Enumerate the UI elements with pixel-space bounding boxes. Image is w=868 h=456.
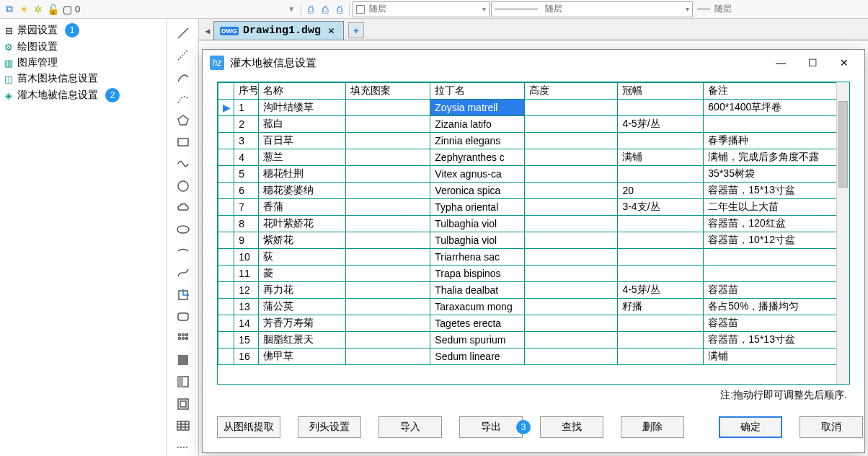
data-table-container: 序号 名称 填充图案 拉丁名 高度 冠幅 备注 ▶1沟叶结缕草Zoysia ma… [217,82,850,385]
arc-tool-icon[interactable] [174,68,192,85]
svg-marker-2 [178,115,188,125]
table-row[interactable]: 8花叶紫娇花Tulbaghia viol容器苗，120红盆 [218,216,849,232]
col-note-header[interactable]: 备注 [704,83,849,100]
hatch-tool-icon[interactable] [174,351,192,369]
dashed-line-tool-icon[interactable] [174,46,192,63]
sun-icon[interactable]: ☀ [17,3,30,16]
document-filename: Drawing1.dwg [243,25,321,37]
top-toolbar: ⧉ ☀ ✲ 🔓 ▢ 0 ▼ ⎙ ⎙ ⎙ 随层▾ 随层 ▾ 随层 [0,0,868,19]
export-button[interactable]: 导出 3 [459,416,523,438]
tab-close-icon[interactable]: ✕ [325,24,337,38]
tab-prev-icon[interactable]: ◄ [202,22,213,40]
svg-point-12 [182,337,184,339]
tree-item-block-info[interactable]: ◫ 苗木图块信息设置 [0,71,167,87]
col-latin-header[interactable]: 拉丁名 [430,83,525,100]
tree-item-library[interactable]: ▥ 图库管理 [0,55,167,71]
cancel-button[interactable]: 取消 [800,416,863,438]
shrub-icon: ◈ [3,89,14,101]
curve-tool-icon[interactable] [174,155,192,172]
dashed-arc-tool-icon[interactable] [174,90,192,108]
table-vertical-scrollbar[interactable] [836,82,849,384]
rect-tool-icon[interactable] [174,133,192,151]
svg-line-0 [178,28,188,38]
tree-item-draw-settings[interactable]: ⚙ 绘图设置 [0,39,167,55]
table-row[interactable]: ▶1沟叶结缕草Zoysia matrell600*1400草坪卷 [218,100,849,116]
ellipse-tool-icon[interactable] [174,221,192,238]
print1-icon[interactable]: ⎙ [304,3,317,16]
svg-point-13 [185,337,187,339]
table-row[interactable]: 7香蒲Typha oriental3-4支/丛二年生以上大苗 [218,199,849,216]
line-tool-icon[interactable] [174,25,192,42]
points-tool-icon[interactable] [174,330,192,347]
circle-tool-icon[interactable] [174,177,192,194]
table-row[interactable]: 3百日草Zinnia elegans春季播种 [218,133,849,149]
construction-line-tool-icon[interactable] [174,439,192,456]
box-icon[interactable]: ▢ [61,3,74,16]
tree-item-landscape[interactable]: ⊟ 景园设置 1 [0,22,167,39]
extract-button[interactable]: 从图纸提取 [217,416,280,438]
print3-icon[interactable]: ⎙ [333,3,346,16]
pentagon-tool-icon[interactable] [174,112,192,129]
layer-color-dropdown[interactable]: 随层▾ [353,1,490,17]
close-button[interactable]: ✕ [831,53,857,73]
print2-icon[interactable]: ⎙ [319,3,332,16]
block-icon: ◫ [3,73,14,84]
import-button[interactable]: 导入 [378,416,442,438]
col-height-header[interactable]: 高度 [525,83,618,100]
dropdown-arrow-icon[interactable]: ▼ [285,3,298,16]
dialog-button-bar: 从图纸提取 列头设置 导入 导出 3 查找 删除 确定 取消 [203,403,864,452]
delete-button[interactable]: 删除 [621,416,684,438]
ellipse-arc-tool-icon[interactable] [174,242,192,260]
badge-2: 2 [105,88,120,102]
table-tool-icon[interactable] [174,417,192,434]
col-crown-header[interactable]: 冠幅 [618,83,704,100]
table-row[interactable]: 16佛甲草Sedum lineare满铺 [218,348,849,365]
cloud-tool-icon[interactable] [174,199,192,216]
dialog-title: 灌木地被信息设置 [230,56,762,70]
tab-add-button[interactable]: + [348,22,364,38]
spline-tool-icon[interactable] [174,264,192,281]
table-row[interactable]: 9紫娇花Tulbaghia viol容器苗，10*12寸盆 [218,232,849,249]
scrollbar-thumb[interactable] [838,101,848,188]
table-row[interactable]: 13蒲公英Taraxacum mong籽播各占50%，播播均匀 [218,299,849,315]
table-row[interactable]: 14芳香万寿菊Tagetes erecta容器苗 [218,315,849,332]
svg-rect-19 [177,421,189,430]
tree-item-shrub-info[interactable]: ◈ 灌木地被信息设置 2 [0,87,167,104]
table-row[interactable]: 11菱Trapa bispinos [218,266,849,282]
svg-point-8 [178,333,180,336]
ok-button[interactable]: 确定 [719,416,782,438]
svg-point-10 [185,333,187,336]
hint-text: 注:拖动行即可调整先后顺序. [217,385,850,403]
col-seq-header[interactable]: 序号 [234,83,259,100]
table-row[interactable]: 4葱兰Zephyranthes c满铺满铺，完成后多角度不露 [218,149,849,166]
minimize-button[interactable]: — [768,53,794,73]
table-row[interactable]: 2菰白Zizania latifo4-5芽/丛 [218,116,849,133]
left-panel: ⊟ 景园设置 1 ⚙ 绘图设置 ▥ 图库管理 ◫ 苗木图块信息设置 ◈ 灌木地被… [0,19,167,456]
insert-tool-icon[interactable] [174,286,192,303]
table-row[interactable]: 10荻Triarrhena sac [218,249,849,266]
find-button[interactable]: 查找 [540,416,603,438]
shrub-data-table[interactable]: 序号 名称 填充图案 拉丁名 高度 冠幅 备注 ▶1沟叶结缕草Zoysia ma… [218,82,849,365]
snow-icon[interactable]: ✲ [32,3,45,16]
svg-rect-18 [180,401,186,407]
dialog-titlebar[interactable]: hz 灌木地被信息设置 — ☐ ✕ [203,50,864,76]
lineweight-dropdown[interactable]: 随层 [694,1,759,17]
gradient-tool-icon[interactable] [174,373,192,390]
document-tab[interactable]: DWG Drawing1.dwg ✕ [213,21,344,40]
region-tool-icon[interactable] [174,395,192,412]
rounded-rect-tool-icon[interactable] [174,308,192,325]
gear-icon: ⚙ [3,41,14,53]
table-row[interactable]: 12再力花Thalia dealbat4-5芽/丛容器苗 [218,282,849,299]
svg-rect-16 [178,377,183,387]
draw-tool-strip [167,19,199,456]
table-row[interactable]: 5穗花牡荆Vitex agnus-ca35*35树袋 [218,166,849,183]
layer-icon[interactable]: ⧉ [3,3,16,16]
lock-icon[interactable]: 🔓 [46,3,59,16]
table-row[interactable]: 6穗花婆婆纳Veronica spica20容器苗，15*13寸盆 [218,183,849,199]
col-fill-header[interactable]: 填充图案 [346,83,430,100]
table-row[interactable]: 15胭脂红景天Sedum spurium容器苗，15*13寸盆 [218,332,849,348]
maximize-button[interactable]: ☐ [800,53,825,73]
linetype-dropdown[interactable]: 随层 ▾ [491,1,693,17]
column-settings-button[interactable]: 列头设置 [298,416,361,438]
col-name-header[interactable]: 名称 [259,83,346,100]
